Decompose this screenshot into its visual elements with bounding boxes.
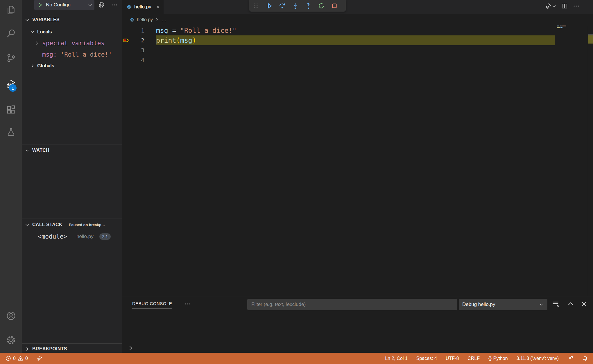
ellipsis-icon — [573, 3, 580, 10]
minimap-mark — [557, 27, 560, 28]
accounts-icon[interactable] — [0, 307, 22, 325]
testing-icon[interactable] — [0, 123, 22, 141]
section-divider — [22, 219, 122, 219]
editor-more-actions-button[interactable] — [573, 2, 580, 10]
debug-status-button[interactable] — [37, 355, 43, 361]
explorer-icon[interactable] — [0, 1, 22, 19]
close-panel-icon[interactable] — [580, 300, 588, 308]
code-line: 4 — [122, 55, 593, 65]
split-editor-button[interactable] — [561, 2, 568, 10]
split-editor-icon — [561, 3, 568, 10]
globals-label: Globals — [37, 63, 54, 69]
chevron-down-icon — [87, 2, 93, 8]
run-python-file-button[interactable] — [545, 2, 556, 10]
globals-row[interactable]: Globals — [22, 60, 122, 71]
notifications-button[interactable] — [582, 355, 588, 361]
variables-section-header[interactable]: VARIABLES — [22, 15, 122, 24]
source-control-icon[interactable] — [0, 49, 22, 67]
tab-debug-console[interactable]: DEBUG CONSOLE — [132, 301, 172, 309]
section-divider — [22, 343, 122, 344]
locals-row[interactable]: Locals — [22, 26, 122, 37]
continue-icon[interactable] — [265, 2, 273, 10]
feedback-button[interactable] — [567, 355, 574, 361]
repl-prompt-icon[interactable] — [128, 345, 134, 351]
python-interpreter[interactable]: 3.11.3 ('.venv': venv) — [517, 356, 559, 361]
error-icon — [5, 355, 11, 361]
eol-sequence[interactable]: CRLF — [467, 356, 480, 361]
toolbar-drag-grip[interactable] — [252, 2, 260, 10]
debug-session-select[interactable]: Debug hello.py — [459, 299, 547, 310]
indentation[interactable]: Spaces: 4 — [416, 356, 437, 361]
stack-frame-row[interactable]: <module> hello.py 2:1 — [22, 231, 122, 242]
extensions-icon[interactable] — [0, 100, 22, 119]
overview-ruler[interactable] — [588, 26, 593, 296]
debug-status-icon — [37, 355, 43, 361]
editor-tab-bar: hello.py — [122, 0, 593, 14]
views-more-icon[interactable] — [111, 1, 118, 8]
breadcrumbs: hello.py … — [122, 14, 593, 26]
step-out-icon[interactable] — [304, 2, 312, 10]
watch-title: WATCH — [32, 148, 49, 153]
chevron-down-icon[interactable] — [552, 4, 556, 8]
breadcrumb-symbol[interactable]: … — [162, 17, 166, 22]
step-over-icon[interactable] — [278, 2, 286, 10]
start-debug-icon[interactable] — [37, 2, 43, 8]
call-stack-section-header[interactable]: CALL STACK Paused on breakp… — [22, 220, 122, 229]
console-filter-input[interactable] — [247, 299, 457, 310]
problems-button[interactable]: 0 0 — [5, 355, 28, 361]
locals-label: Locals — [37, 29, 52, 35]
panel-more-icon[interactable] — [184, 300, 191, 307]
code-editor[interactable]: 1 msg = "Roll a dice!" 2 print(msg) 3 4 — [122, 26, 593, 296]
restart-icon[interactable] — [318, 2, 325, 10]
current-line-ruler-mark — [588, 35, 593, 44]
chevron-right-icon — [30, 63, 35, 68]
call-stack-title: CALL STACK — [32, 222, 62, 227]
breakpoints-section-header[interactable]: BREAKPOINTS — [22, 344, 122, 354]
tab-hello-py[interactable]: hello.py — [122, 0, 164, 14]
special-variables-row[interactable]: special variables — [22, 37, 122, 49]
call-stack-status: Paused on breakp… — [69, 223, 105, 227]
minimap[interactable] — [555, 26, 588, 296]
watch-section-header[interactable]: WATCH — [22, 146, 122, 155]
stop-icon[interactable] — [331, 2, 338, 10]
debug-run-icon — [545, 3, 552, 10]
settings-gear-icon[interactable] — [0, 331, 22, 349]
debug-sidebar: No Configu VARIABLES Locals special vari… — [22, 0, 122, 353]
status-bar-right: Ln 2, Col 1 Spaces: 4 UTF-8 CRLF {} Pyth… — [385, 355, 588, 361]
run-and-debug-icon[interactable]: 2:1 1 — [0, 75, 22, 93]
debug-sidebar-header: No Configu — [22, 0, 122, 14]
cursor-position[interactable]: Ln 2, Col 1 — [385, 356, 407, 361]
clear-console-icon[interactable] — [551, 300, 560, 308]
chevron-right-icon — [155, 17, 159, 22]
warning-icon — [17, 355, 24, 361]
language-mode[interactable]: {} Python — [488, 356, 508, 361]
minimap-mark — [562, 26, 566, 26]
activity-bar: 2:1 1 — [0, 0, 22, 353]
variable-msg-row[interactable]: msg: 'Roll a dice!' — [22, 49, 122, 60]
breadcrumb-file[interactable]: hello.py — [137, 17, 153, 22]
code-line: 1 msg = "Roll a dice!" — [122, 26, 593, 35]
code-line: 3 — [122, 45, 593, 55]
maximize-panel-icon[interactable] — [567, 300, 575, 308]
frame-file: hello.py — [76, 234, 94, 239]
search-icon[interactable] — [0, 24, 22, 43]
chevron-right-icon — [25, 347, 30, 352]
launch-config-dropdown[interactable]: No Configu — [34, 0, 94, 10]
debug-session-label: Debug hello.py — [462, 302, 495, 307]
warning-count: 0 — [25, 356, 28, 361]
encoding[interactable]: UTF-8 — [446, 356, 459, 361]
line-number: 4 — [122, 55, 144, 65]
minimap-mark — [560, 26, 562, 26]
chevron-down-icon — [539, 302, 544, 307]
minimap-mark — [557, 26, 559, 26]
configure-gear-icon[interactable] — [98, 1, 105, 8]
frame-name: <module> — [38, 233, 67, 240]
debug-toolbar — [249, 0, 346, 12]
step-into-icon[interactable] — [291, 2, 299, 10]
bell-icon — [582, 355, 588, 361]
close-icon[interactable] — [155, 5, 160, 9]
feedback-icon — [567, 355, 574, 361]
python-icon — [130, 17, 135, 22]
code-line-current: 2 print(msg) — [122, 35, 593, 45]
variables-title: VARIABLES — [32, 17, 60, 22]
